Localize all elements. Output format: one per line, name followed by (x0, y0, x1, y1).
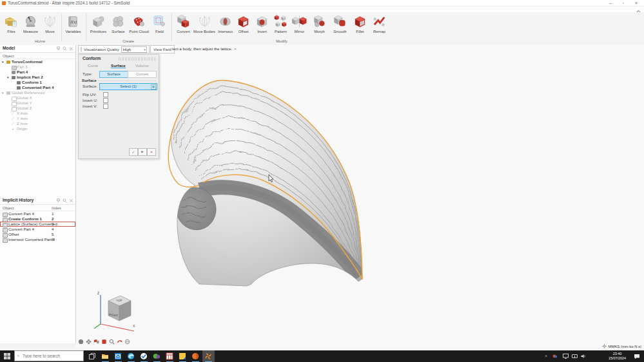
invert-v-checkbox[interactable] (103, 104, 108, 109)
checkmark-app-icon[interactable] (139, 352, 148, 361)
surface-select-field[interactable]: Select (1)▦ (99, 83, 157, 90)
inspire-app-active[interactable] (202, 350, 215, 362)
tool-morph[interactable]: Morph (309, 14, 329, 34)
record-icon[interactable] (101, 339, 107, 345)
tree-item[interactable]: Conform 1 (0, 80, 75, 85)
history-row[interactable]: Convert Part 44 (0, 227, 75, 232)
mail-app-icon[interactable] (113, 352, 122, 361)
notes-app-icon[interactable] (178, 352, 187, 361)
pan-icon[interactable] (86, 339, 92, 345)
tree-item[interactable]: Converted Part 4 (0, 85, 75, 90)
search-icon[interactable] (63, 46, 67, 51)
tab-curve[interactable]: Curve (88, 63, 99, 68)
cancel-button[interactable]: × (147, 148, 156, 156)
tool-invert[interactable]: Invert (252, 14, 272, 34)
task-view-icon[interactable] (88, 352, 97, 361)
history-row[interactable]: Create Conform 12 (0, 216, 75, 222)
tool-remap[interactable]: Remap (369, 14, 389, 34)
action-center-icon[interactable] (631, 350, 643, 362)
model-column-header[interactable]: Object (0, 53, 75, 59)
tool-offset[interactable]: Offset (233, 14, 253, 34)
tree-item[interactable]: +Origin (0, 126, 75, 131)
tool-move[interactable]: Move (40, 14, 60, 34)
tree-item[interactable]: Part 4 (0, 70, 75, 75)
calendar-app-icon[interactable] (165, 352, 174, 361)
search-icon[interactable] (63, 198, 67, 203)
type-option-curves[interactable]: Curves (128, 71, 157, 78)
history-row-selected[interactable]: Lattice (Surface) Converted..3 (0, 222, 75, 227)
tool-point-cloud[interactable]: Point Cloud (129, 14, 149, 34)
tab-surface[interactable]: Surface (111, 63, 126, 68)
view-field-button[interactable]: View Field (150, 45, 175, 53)
pin-icon[interactable] (56, 198, 61, 203)
tree-item[interactable]: Global Y (0, 100, 75, 106)
tool-smooth[interactable]: Smooth (330, 14, 350, 34)
tool-field[interactable]: Field (150, 14, 170, 34)
tool-files[interactable]: Files (1, 14, 21, 34)
tray-display-icon[interactable] (561, 350, 569, 362)
close-icon[interactable] (69, 198, 73, 203)
invert-u-checkbox[interactable] (103, 98, 108, 103)
firefox-browser-icon[interactable] (191, 352, 200, 361)
tree-item[interactable]: ⟋Y Axis (0, 116, 75, 121)
tray-color-icon[interactable] (551, 350, 559, 362)
tab-volume[interactable]: Volume (135, 63, 149, 68)
tool-move-bodies[interactable]: Move Bodies (193, 14, 215, 34)
restore-button[interactable]: ▫ (618, 0, 629, 6)
search-input[interactable] (21, 353, 81, 359)
tool-surface[interactable]: Surface (108, 14, 128, 34)
history-column-header[interactable]: Object Index (0, 205, 75, 211)
taskbar-search[interactable] (14, 350, 84, 361)
camera-icon[interactable] (93, 339, 99, 345)
taskbar-clock[interactable]: 23:40 15/07/2024 (609, 352, 626, 361)
tool-intersect[interactable]: Intersect (215, 14, 235, 34)
history-row[interactable]: Offset5 (0, 232, 75, 237)
minimize-button[interactable]: – (605, 0, 616, 6)
start-button[interactable] (0, 350, 14, 362)
tree-item[interactable]: ▾Implicit Part 2 (0, 75, 75, 80)
tray-speaker-icon[interactable] (580, 350, 587, 362)
tree-item[interactable]: ⟋Z Axis (0, 121, 75, 126)
globe-icon[interactable] (124, 339, 130, 345)
type-option-surface[interactable]: Surface (99, 71, 128, 78)
torus-lattice-model[interactable] (75, 45, 644, 348)
guide-close-icon[interactable]: × (234, 46, 237, 51)
tool-variables[interactable]: f(x) Variables (63, 14, 83, 34)
tree-item[interactable]: Global X (0, 95, 75, 100)
edge-browser-icon[interactable] (126, 352, 135, 361)
tree-item[interactable]: Global Z (0, 106, 75, 111)
tool-measure[interactable]: Measure (21, 14, 41, 34)
tool-convert[interactable]: Convert (173, 14, 193, 34)
zoom-icon[interactable] (109, 339, 115, 345)
green-app-icon[interactable] (152, 352, 161, 361)
tool-primitives[interactable]: Primitives (88, 14, 108, 34)
tool-pattern[interactable]: Pattern (271, 14, 291, 34)
rotate-view-icon[interactable] (78, 339, 84, 345)
history-row[interactable]: Intersect Converted Part 46 (0, 237, 75, 242)
tree-item[interactable]: ▾Global References (0, 90, 75, 95)
apply-button[interactable]: ✓ (129, 148, 138, 156)
tree-item[interactable]: Part 3 (0, 64, 75, 70)
close-icon[interactable] (69, 46, 73, 51)
close-button[interactable]: × (631, 0, 641, 6)
view-cube[interactable]: Z X TOP RIGHT (92, 289, 140, 334)
tray-expand-icon[interactable]: ˄ (542, 350, 550, 362)
file-explorer-icon[interactable] (101, 352, 110, 361)
orbit-icon[interactable] (117, 339, 122, 345)
flip-uv-checkbox[interactable] (103, 92, 108, 97)
viewport-3d[interactable]: Visualization Quality High▾ View Field l… (75, 45, 644, 348)
next-button[interactable]: ▶ (138, 148, 147, 156)
tree-item[interactable]: ▾TorusConformal (0, 59, 75, 64)
viz-quality-label: Visualization Quality (84, 47, 119, 52)
tray-network-icon[interactable] (571, 350, 578, 362)
tree-item[interactable]: ⟋X Axis (0, 111, 75, 116)
tool-mirror[interactable]: Mirror (289, 14, 309, 34)
pin-icon[interactable] (56, 46, 61, 51)
settings-gear-icon[interactable] (636, 6, 641, 12)
toolbar-grip[interactable] (81, 47, 82, 52)
select-list-icon[interactable]: ▦ (151, 84, 156, 90)
tool-fillet[interactable]: Fillet (350, 14, 370, 34)
dialog-grip[interactable] (119, 57, 156, 61)
viz-quality-dropdown[interactable]: High▾ (121, 46, 147, 53)
history-row[interactable]: Convert Part 41 (0, 211, 75, 216)
